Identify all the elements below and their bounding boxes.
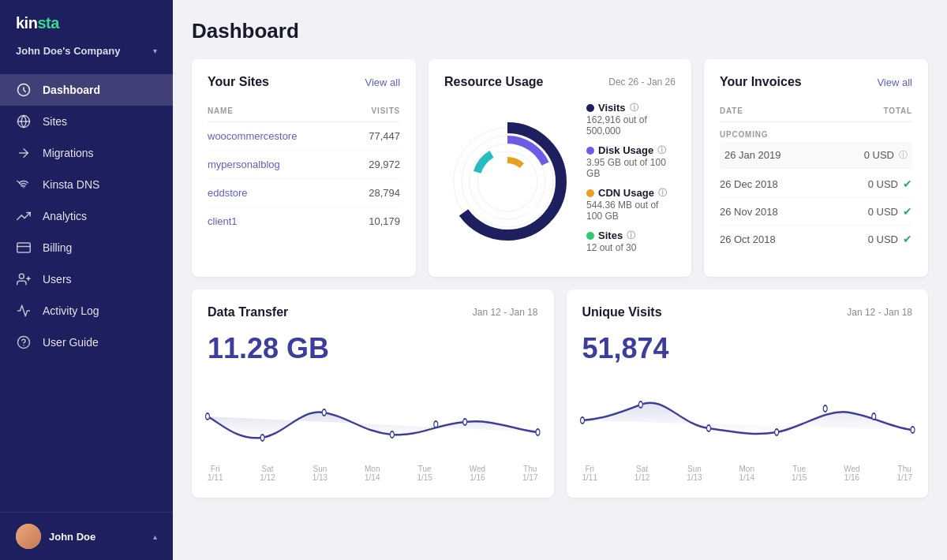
sites-table: NAME VISITS woocommercestore 77,447 mype… [208, 102, 400, 235]
invoices-table-header: DATE TOTAL [720, 102, 912, 122]
site-name-3[interactable]: client1 [208, 215, 238, 227]
svg-point-32 [911, 427, 915, 433]
billing-icon [16, 240, 32, 256]
sidebar-item-users[interactable]: Users [0, 263, 173, 295]
chart-label: Sat 1/12 [634, 465, 649, 482]
check-icon-3: ✔ [903, 233, 912, 245]
top-cards-row: Your Sites View all NAME VISITS woocomme… [192, 59, 928, 277]
sites-card-title: Your Sites [208, 75, 269, 89]
sidebar-item-users-label: Users [43, 273, 72, 286]
user-name: John Doe [49, 531, 145, 543]
sidebar-item-guide-label: User Guide [43, 336, 99, 349]
legend-title-disk: Disk Usage ⓘ [586, 144, 676, 156]
sidebar-item-sites[interactable]: Sites [0, 106, 173, 137]
company-name: John Doe's Company [16, 45, 153, 57]
info-icon-sites[interactable]: ⓘ [627, 230, 635, 241]
table-row: 26 Nov 2018 0 USD ✔ [720, 198, 912, 226]
sidebar-item-kinsta-dns[interactable]: Kinsta DNS [0, 169, 173, 200]
svg-rect-4 [17, 243, 31, 252]
legend-value-sites: 12 out of 30 [586, 242, 676, 253]
info-icon-disk[interactable]: ⓘ [657, 144, 666, 156]
legend-value-visits: 162,916 out of 500,000 [586, 114, 676, 136]
invoices-card-header: Your Invoices View all [720, 75, 912, 89]
svg-point-27 [638, 401, 642, 408]
sidebar-item-billing-label: Billing [43, 241, 72, 254]
sidebar-item-migrations[interactable]: Migrations [0, 137, 173, 169]
svg-point-25 [536, 429, 540, 435]
table-row: client1 10,179 [208, 207, 400, 235]
sites-card-header: Your Sites View all [208, 75, 400, 89]
user-chevron-icon: ▴ [153, 532, 157, 541]
site-visits-0: 77,447 [369, 130, 400, 142]
sidebar-item-billing[interactable]: Billing [0, 232, 173, 263]
svg-point-6 [19, 274, 24, 278]
info-icon-invoice[interactable]: ⓘ [899, 149, 908, 161]
invoice-amount-0: 0 USD ⓘ [864, 149, 908, 161]
sidebar-item-activity-log[interactable]: Activity Log [0, 295, 173, 327]
svg-point-30 [823, 405, 827, 412]
analytics-icon [16, 208, 32, 224]
sidebar-item-dashboard[interactable]: Dashboard [0, 74, 173, 106]
sidebar: kinsta John Doe's Company ▾ Dashboard Si… [0, 0, 173, 560]
info-icon-cdn[interactable]: ⓘ [658, 187, 667, 199]
transfer-chart [208, 381, 538, 460]
activity-icon [16, 303, 32, 319]
sidebar-item-user-guide[interactable]: User Guide [0, 327, 173, 358]
invoice-date-2: 26 Nov 2018 [720, 206, 778, 218]
logo-area: kinsta [0, 0, 173, 42]
info-icon-visits[interactable]: ⓘ [630, 102, 638, 114]
table-row: eddstore 28,794 [208, 179, 400, 207]
migrations-icon [16, 145, 32, 161]
sidebar-item-dashboard-label: Dashboard [43, 84, 100, 96]
check-icon-1: ✔ [903, 177, 912, 190]
dot-cdn [586, 189, 594, 197]
sites-view-all-link[interactable]: View all [365, 77, 401, 88]
dot-disk [586, 147, 594, 155]
chart-label: Thu 1/17 [896, 465, 911, 482]
svg-point-28 [706, 425, 710, 431]
legend-item-cdn: CDN Usage ⓘ 544.36 MB out of 100 GB [586, 187, 676, 222]
table-row: mypersonalblog 29,972 [208, 151, 400, 179]
chart-label: Sat 1/12 [260, 465, 275, 482]
sidebar-item-migrations-label: Migrations [43, 147, 94, 159]
col-name-header: NAME [208, 106, 234, 115]
site-name-0[interactable]: woocommercestore [208, 130, 297, 142]
home-icon [16, 82, 32, 98]
invoice-date-0: 26 Jan 2019 [724, 149, 781, 161]
site-name-1[interactable]: mypersonalblog [208, 159, 280, 170]
svg-point-31 [871, 413, 875, 420]
sidebar-item-analytics[interactable]: Analytics [0, 200, 173, 232]
sites-table-header: NAME VISITS [208, 102, 400, 122]
invoice-date-1: 26 Dec 2018 [720, 178, 778, 190]
chart-label: Mon 1/14 [365, 465, 380, 482]
company-selector[interactable]: John Doe's Company ▾ [0, 42, 173, 68]
upcoming-label: UPCOMING [720, 122, 912, 142]
svg-point-22 [390, 431, 394, 438]
chart-label: Tue 1/15 [792, 465, 807, 482]
resource-usage-card: Resource Usage Dec 26 - Jan 26 [429, 59, 691, 277]
resource-card-header: Resource Usage Dec 26 - Jan 26 [444, 75, 676, 89]
resource-card-title: Resource Usage [444, 75, 543, 89]
invoice-amount-3: 0 USD ✔ [868, 233, 912, 245]
invoices-view-all-link[interactable]: View all [877, 77, 912, 88]
site-visits-3: 10,179 [369, 215, 400, 227]
legend-title-cdn: CDN Usage ⓘ [586, 187, 676, 199]
svg-point-20 [260, 435, 264, 441]
resource-legend: Visits ⓘ 162,916 out of 500,000 Disk Usa… [586, 102, 676, 261]
svg-point-24 [463, 419, 467, 425]
legend-item-disk: Disk Usage ⓘ 3.95 GB out of 100 GB [586, 144, 676, 179]
chevron-down-icon: ▾ [153, 47, 157, 55]
legend-item-visits: Visits ⓘ 162,916 out of 500,000 [586, 102, 676, 136]
site-name-2[interactable]: eddstore [208, 187, 248, 199]
transfer-card-header: Data Transfer Jan 12 - Jan 18 [208, 305, 538, 319]
site-visits-1: 29,972 [369, 159, 400, 170]
sidebar-item-activity-label: Activity Log [43, 304, 99, 317]
chart-label: Tue 1/15 [417, 465, 432, 482]
dns-icon [16, 177, 32, 192]
user-footer[interactable]: John Doe ▴ [0, 512, 173, 560]
kinsta-logo: kinsta [16, 14, 157, 32]
your-sites-card: Your Sites View all NAME VISITS woocomme… [192, 59, 416, 277]
svg-point-21 [322, 409, 326, 416]
invoice-amount-1: 0 USD ✔ [868, 177, 912, 190]
globe-icon [16, 114, 32, 129]
